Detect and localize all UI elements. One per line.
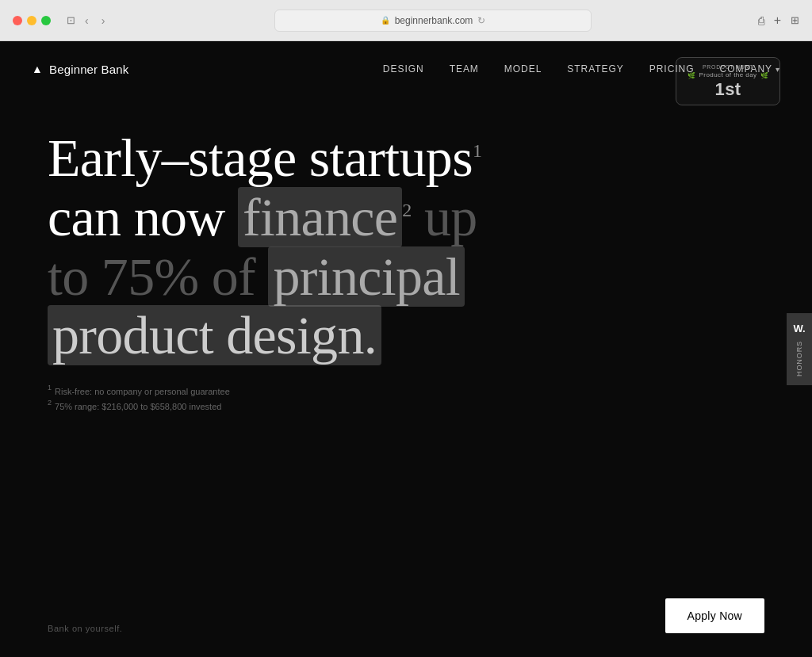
tagline: Bank on yourself. bbox=[48, 624, 122, 633]
nav-team[interactable]: TEAM bbox=[450, 63, 479, 74]
browser-right-controls: ⎙ + ⊞ bbox=[758, 13, 799, 28]
nav-design[interactable]: DESIGN bbox=[383, 63, 424, 74]
nav-company[interactable]: COMPANY ▾ bbox=[720, 63, 780, 74]
nav-links: DESIGN TEAM MODEL STRATEGY PRICING COMPA… bbox=[383, 63, 780, 74]
traffic-lights bbox=[13, 16, 51, 25]
lock-icon: 🔒 bbox=[381, 16, 390, 25]
window-icon: ⊡ bbox=[67, 14, 75, 26]
apply-now-button[interactable]: Apply Now bbox=[665, 598, 764, 633]
nav-strategy[interactable]: STRATEGY bbox=[567, 63, 623, 74]
browser-chrome: ⊡ ‹ › 🔒 beginnerbank.com ↻ ⎙ + ⊞ bbox=[0, 0, 812, 41]
hero-line-2: can now finance2 up bbox=[48, 188, 539, 247]
share-icon[interactable]: ⎙ bbox=[758, 14, 764, 27]
side-panel-letter: W. bbox=[793, 323, 805, 334]
hero-sup-2: 2 bbox=[402, 200, 411, 220]
footnote-2-text: 75% range: $216,000 to $658,800 invested bbox=[55, 399, 221, 414]
back-button[interactable]: ‹ bbox=[82, 13, 92, 29]
hero-text-up: up bbox=[412, 187, 477, 247]
hero-text-can-now: can now bbox=[48, 187, 238, 247]
hero-line-3: to 75% of principal bbox=[48, 247, 539, 307]
hero-text-product-design: product design. bbox=[48, 305, 381, 365]
hero-text-early-stage: Early–stage startups bbox=[48, 128, 473, 188]
hero-text-principal: principal bbox=[268, 246, 465, 307]
footnote-1-num: 1 bbox=[48, 384, 52, 392]
footer-area: Bank on yourself. Apply Now bbox=[48, 598, 764, 633]
hero-sup-1: 1 bbox=[473, 140, 481, 161]
side-panel-honors: Honors bbox=[795, 341, 803, 376]
logo-icon: ▲ bbox=[32, 63, 43, 75]
logo-text: Beginner Bank bbox=[49, 63, 128, 76]
address-bar[interactable]: 🔒 beginnerbank.com ↻ bbox=[274, 10, 592, 32]
website: ▲ Beginner Bank DESIGN TEAM MODEL STRATE… bbox=[0, 41, 812, 657]
logo[interactable]: ▲ Beginner Bank bbox=[32, 63, 128, 76]
traffic-light-green[interactable] bbox=[41, 16, 51, 25]
footnote-1: 1 Risk-free: no company or personal guar… bbox=[48, 384, 764, 399]
navbar: ▲ Beginner Bank DESIGN TEAM MODEL STRATE… bbox=[0, 41, 812, 97]
footnote-2-num: 2 bbox=[48, 399, 52, 407]
nav-company-label: COMPANY bbox=[720, 63, 773, 74]
nav-model[interactable]: MODEL bbox=[504, 63, 542, 74]
browser-navigation: ⊡ ‹ › bbox=[67, 13, 108, 29]
hero-headline: Early–stage startups1 can now finance2 u… bbox=[48, 128, 539, 365]
hero-line-4: product design. bbox=[48, 306, 539, 365]
chevron-down-icon: ▾ bbox=[776, 65, 780, 74]
new-tab-icon[interactable]: + bbox=[774, 13, 781, 28]
hero-section: Early–stage startups1 can now finance2 u… bbox=[0, 97, 812, 414]
reload-icon[interactable]: ↻ bbox=[477, 15, 485, 26]
footnote-2: 2 75% range: $216,000 to $658,800 invest… bbox=[48, 399, 764, 414]
traffic-light-red[interactable] bbox=[13, 16, 22, 25]
footnote-1-text: Risk-free: no company or personal guaran… bbox=[55, 384, 230, 399]
url-text: beginnerbank.com bbox=[395, 15, 473, 26]
hero-text-to-75: to 75% of bbox=[48, 246, 268, 307]
nav-pricing[interactable]: PRICING bbox=[649, 63, 695, 74]
side-panel[interactable]: W. Honors bbox=[787, 313, 812, 386]
traffic-light-yellow[interactable] bbox=[27, 16, 36, 25]
hero-text-finance: finance bbox=[238, 187, 402, 247]
footnotes: 1 Risk-free: no company or personal guar… bbox=[48, 384, 764, 414]
hero-line-1: Early–stage startups1 bbox=[48, 128, 539, 188]
tabs-icon[interactable]: ⊞ bbox=[791, 14, 799, 26]
forward-button[interactable]: › bbox=[98, 13, 109, 29]
